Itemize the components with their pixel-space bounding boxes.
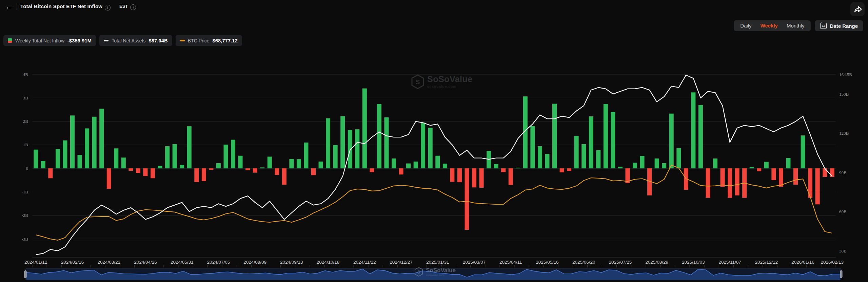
inflow-bar[interactable] bbox=[70, 115, 75, 168]
inflow-bar[interactable] bbox=[465, 168, 469, 230]
inflow-bar[interactable] bbox=[333, 145, 338, 169]
inflow-bar[interactable] bbox=[209, 168, 213, 170]
inflow-bar[interactable] bbox=[319, 162, 323, 168]
inflow-bar[interactable] bbox=[107, 168, 111, 189]
inflow-bar[interactable] bbox=[231, 140, 235, 169]
inflow-bar[interactable] bbox=[596, 150, 600, 168]
tab-weekly[interactable]: Weekly bbox=[756, 20, 782, 31]
inflow-bar[interactable] bbox=[706, 168, 710, 198]
inflow-bar[interactable] bbox=[268, 157, 272, 169]
legend-item-btc-price[interactable]: BTC Price $68,777.12 bbox=[176, 35, 242, 46]
inflow-bar[interactable] bbox=[340, 116, 345, 168]
inflow-bar[interactable] bbox=[567, 168, 571, 171]
inflow-bar[interactable] bbox=[545, 154, 549, 168]
inflow-bar[interactable] bbox=[121, 157, 126, 168]
inflow-bar[interactable] bbox=[260, 167, 264, 168]
inflow-bar[interactable] bbox=[801, 135, 805, 168]
inflow-bar[interactable] bbox=[114, 148, 118, 168]
share-button[interactable] bbox=[850, 2, 865, 16]
inflow-bar[interactable] bbox=[530, 126, 535, 168]
inflow-bar[interactable] bbox=[771, 168, 776, 180]
inflow-bar[interactable] bbox=[669, 114, 674, 168]
inflow-bar[interactable] bbox=[34, 150, 38, 168]
inflow-bar[interactable] bbox=[472, 168, 476, 187]
inflow-bar[interactable] bbox=[611, 112, 615, 168]
inflow-bar[interactable] bbox=[151, 168, 155, 178]
inflow-bar[interactable] bbox=[728, 168, 732, 198]
inflow-bar[interactable] bbox=[282, 168, 287, 185]
inflow-bar[interactable] bbox=[457, 168, 462, 182]
inflow-bar[interactable] bbox=[479, 168, 484, 188]
back-arrow-icon[interactable]: ← bbox=[5, 2, 14, 11]
inflow-bar[interactable] bbox=[735, 168, 739, 195]
inflow-bar[interactable] bbox=[304, 143, 308, 168]
inflow-bar[interactable] bbox=[633, 163, 637, 169]
navigator-handle-left[interactable] bbox=[24, 270, 26, 278]
inflow-bar[interactable] bbox=[494, 164, 498, 168]
legend-item-net-assets[interactable]: Total Net Assets $87.04B bbox=[99, 35, 172, 46]
inflow-bar[interactable] bbox=[721, 168, 725, 187]
inflow-bar[interactable] bbox=[698, 105, 703, 168]
inflow-bar[interactable] bbox=[574, 136, 579, 168]
inflow-bar[interactable] bbox=[63, 140, 67, 168]
inflow-bar[interactable] bbox=[830, 168, 834, 177]
inflow-bar[interactable] bbox=[406, 164, 411, 169]
inflow-bar[interactable] bbox=[194, 168, 199, 182]
inflow-bar[interactable] bbox=[158, 166, 162, 169]
inflow-bar[interactable] bbox=[180, 165, 184, 168]
inflow-bar[interactable] bbox=[779, 168, 783, 187]
inflow-bar[interactable] bbox=[56, 149, 60, 168]
inflow-bar[interactable] bbox=[560, 168, 564, 172]
info-icon[interactable]: i bbox=[105, 5, 111, 11]
inflow-bar[interactable] bbox=[392, 158, 396, 168]
inflow-bar[interactable] bbox=[589, 116, 593, 168]
inflow-bar[interactable] bbox=[428, 128, 433, 168]
btc-price-line[interactable] bbox=[36, 165, 832, 240]
inflow-bar[interactable] bbox=[202, 168, 206, 181]
inflow-bar[interactable] bbox=[815, 168, 820, 204]
inflow-bar[interactable] bbox=[552, 104, 557, 169]
inflow-bar[interactable] bbox=[238, 156, 243, 168]
inflow-bar[interactable] bbox=[501, 168, 506, 172]
inflow-bar[interactable] bbox=[516, 168, 520, 168]
inflow-bar[interactable] bbox=[384, 117, 389, 168]
inflow-bar[interactable] bbox=[618, 167, 623, 168]
inflow-bar[interactable] bbox=[48, 168, 53, 178]
inflow-bar[interactable] bbox=[640, 156, 645, 168]
inflow-bar[interactable] bbox=[435, 156, 440, 168]
tab-daily[interactable]: Daily bbox=[736, 20, 756, 31]
inflow-bar[interactable] bbox=[793, 168, 798, 185]
inflow-bar[interactable] bbox=[370, 168, 374, 172]
inflow-bar[interactable] bbox=[450, 168, 454, 182]
date-range-button[interactable]: 12 Date Range bbox=[815, 20, 863, 31]
inflow-bar[interactable] bbox=[187, 126, 192, 168]
inflow-bar[interactable] bbox=[129, 168, 133, 171]
inflow-bar[interactable] bbox=[297, 159, 301, 168]
inflow-bar[interactable] bbox=[165, 146, 170, 168]
inflow-bar[interactable] bbox=[173, 144, 177, 168]
inflow-bar[interactable] bbox=[355, 129, 359, 168]
inflow-bar[interactable] bbox=[509, 168, 513, 185]
inflow-bar[interactable] bbox=[223, 145, 228, 168]
inflow-bar[interactable] bbox=[604, 104, 608, 168]
inflow-bar[interactable] bbox=[655, 158, 659, 168]
inflow-bar[interactable] bbox=[414, 162, 418, 168]
inflow-bar[interactable] bbox=[99, 109, 104, 168]
inflow-bar[interactable] bbox=[78, 155, 82, 168]
inflow-bar[interactable] bbox=[750, 167, 754, 168]
legend-item-net-inflow[interactable]: Weekly Total Net Inflow -$359.91M bbox=[3, 35, 96, 46]
inflow-bar[interactable] bbox=[443, 164, 447, 168]
inflow-bar[interactable] bbox=[764, 162, 769, 168]
inflow-bar[interactable] bbox=[538, 146, 542, 168]
navigator-handle-right[interactable] bbox=[840, 270, 842, 278]
inflow-bar[interactable] bbox=[216, 163, 221, 168]
inflow-bar[interactable] bbox=[786, 158, 790, 168]
inflow-bar[interactable] bbox=[662, 163, 666, 168]
inflow-bar[interactable] bbox=[311, 168, 316, 175]
inflow-bar[interactable] bbox=[757, 168, 761, 171]
inflow-bar[interactable] bbox=[676, 148, 681, 169]
inflow-bar[interactable] bbox=[581, 144, 586, 168]
tab-monthly[interactable]: Monthly bbox=[782, 20, 809, 31]
inflow-bar[interactable] bbox=[713, 158, 717, 168]
inflow-bar[interactable] bbox=[399, 168, 403, 174]
